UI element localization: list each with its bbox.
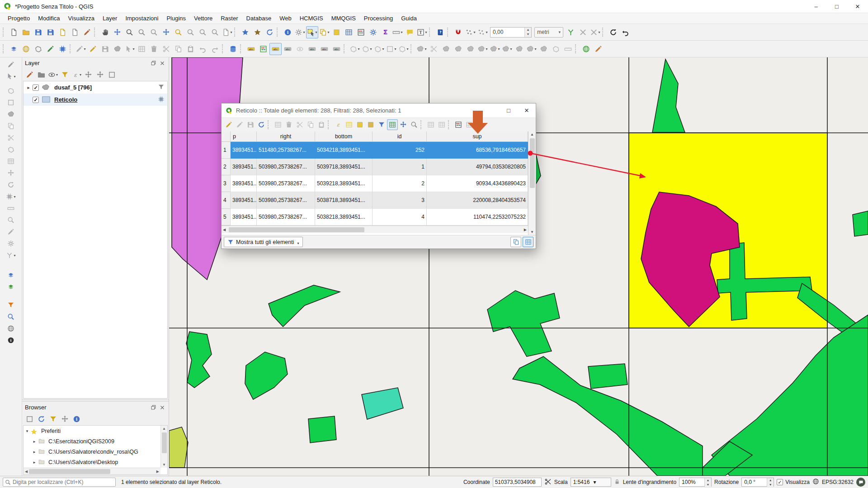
add-group-icon[interactable] bbox=[36, 70, 47, 80]
move-feature-icon[interactable]: ▾ bbox=[415, 43, 428, 55]
attribute-horizontal-scrollbar[interactable]: ◀ ▶ bbox=[222, 225, 528, 233]
zoom-in-icon[interactable] bbox=[123, 26, 136, 38]
render-toggle[interactable]: ✓ Visualizza bbox=[777, 479, 810, 485]
magnifier-stepper[interactable]: 100% ▲▼ bbox=[679, 478, 712, 487]
column-header-id[interactable]: id bbox=[373, 131, 427, 141]
attribute-cell[interactable]: 252 bbox=[373, 142, 427, 159]
osm-plugin-icon[interactable] bbox=[5, 334, 17, 346]
highlight-pinned-labels-icon[interactable] bbox=[282, 43, 294, 55]
crs-status[interactable]: EPSG:32632 bbox=[822, 479, 854, 485]
chip-tool-icon[interactable]: ▾ bbox=[5, 191, 17, 202]
circular-string-icon[interactable]: ▾ bbox=[349, 43, 361, 55]
menu-vettore[interactable]: Vettore bbox=[190, 13, 217, 23]
attribute-cell[interactable]: 5039218,3893451... bbox=[315, 175, 373, 192]
layers-plugin-icon[interactable] bbox=[5, 269, 17, 281]
manage-visibility-icon[interactable]: ▾ bbox=[47, 70, 58, 80]
zoom-to-selection-icon[interactable] bbox=[172, 26, 184, 38]
attribute-vertical-scrollbar[interactable]: ▲ ▼ bbox=[528, 131, 536, 235]
menu-impostazioni[interactable]: Impostazioni bbox=[121, 13, 162, 23]
attribute-cell[interactable]: 1 bbox=[373, 159, 427, 175]
browser-item-folder[interactable]: ▸ C:\Users\Salvatore\Desktop bbox=[24, 457, 167, 467]
pin-labels-icon[interactable] bbox=[269, 43, 282, 55]
attr-select-all-icon[interactable] bbox=[344, 119, 354, 130]
attribute-cell[interactable]: 503980,25738267... bbox=[257, 209, 315, 225]
attribute-cell[interactable]: 503980,25738267... bbox=[257, 175, 315, 192]
select-by-form-icon[interactable]: ▾ bbox=[318, 26, 330, 38]
menu-modifica[interactable]: Modifica bbox=[34, 13, 64, 23]
open-attribute-table-icon[interactable] bbox=[343, 26, 355, 38]
new-project-icon[interactable] bbox=[8, 26, 20, 38]
filter-expression-icon[interactable]: ▾ bbox=[71, 70, 82, 80]
vertex-tool-icon[interactable]: ▾ bbox=[123, 43, 136, 55]
close-panel-icon[interactable] bbox=[159, 60, 166, 67]
digitize-shape-icon[interactable] bbox=[5, 59, 17, 70]
refresh-browser-icon[interactable] bbox=[36, 414, 47, 425]
redo-view-icon[interactable] bbox=[607, 26, 619, 38]
paste-features-icon[interactable] bbox=[184, 43, 197, 55]
zoom-to-layer-icon[interactable] bbox=[184, 26, 197, 38]
locator-box[interactable] bbox=[3, 478, 116, 487]
browser-vertical-scrollbar[interactable]: ▲ ▼ bbox=[160, 426, 167, 468]
coordinate-input[interactable]: 510373,5034908 bbox=[493, 478, 542, 487]
maximize-icon[interactable]: □ bbox=[500, 103, 518, 117]
edit-tool-icon[interactable] bbox=[5, 226, 17, 238]
toggle-editing-icon[interactable] bbox=[87, 43, 99, 55]
collapse-icon[interactable]: ▾ bbox=[24, 429, 31, 433]
collapse-browser-icon[interactable] bbox=[59, 414, 70, 425]
filter-browser-icon[interactable] bbox=[47, 414, 58, 425]
tolerance-spinner[interactable]: ▲▼ bbox=[524, 28, 531, 37]
save-layer-edits-icon[interactable] bbox=[99, 43, 111, 55]
change-label-icon[interactable] bbox=[330, 43, 343, 55]
rotate-tool-icon[interactable] bbox=[5, 179, 17, 191]
close-icon[interactable]: ✕ bbox=[847, 0, 868, 13]
column-header-p[interactable]: p bbox=[231, 131, 257, 141]
shape-polygon-icon[interactable] bbox=[5, 85, 17, 97]
add-raster-layer-icon[interactable] bbox=[20, 43, 32, 55]
offset-curve-icon[interactable]: ▾ bbox=[476, 43, 489, 55]
attribute-row[interactable]: 13893451...511480,25738267...5034218,389… bbox=[222, 142, 528, 159]
reshape-features-icon[interactable] bbox=[464, 43, 476, 55]
new-bookmark-icon[interactable] bbox=[239, 26, 251, 38]
row-number[interactable]: 4 bbox=[222, 192, 231, 209]
trim-extend-icon[interactable] bbox=[550, 43, 562, 55]
float-panel-icon[interactable] bbox=[150, 404, 157, 411]
attr-cut-icon[interactable] bbox=[294, 119, 305, 130]
snapping-tolerance-input[interactable]: 0,00 ▲▼ bbox=[490, 27, 532, 38]
attribute-cell[interactable]: 3893451... bbox=[231, 159, 257, 175]
run-feature-action-icon[interactable]: ▾ bbox=[294, 26, 306, 38]
attr-field-calculator-icon[interactable] bbox=[453, 119, 464, 130]
scale-select[interactable]: 1:5416 ▾ bbox=[571, 478, 611, 487]
undo-icon[interactable] bbox=[197, 43, 209, 55]
merge-features-icon[interactable] bbox=[452, 43, 464, 55]
lock-scale-icon[interactable] bbox=[614, 479, 620, 486]
messages-icon[interactable] bbox=[856, 478, 865, 487]
simplify-feature-icon[interactable]: ▾ bbox=[489, 43, 501, 55]
attr-copy-icon[interactable] bbox=[305, 119, 316, 130]
attribute-cell[interactable]: 4 bbox=[373, 209, 427, 225]
menu-raster[interactable]: Raster bbox=[217, 13, 242, 23]
attribute-row[interactable]: 53893451...503980,25738267...5038218,389… bbox=[222, 209, 528, 225]
current-edits-icon[interactable]: ▾ bbox=[75, 43, 87, 55]
attribute-cell[interactable]: 3893451... bbox=[231, 175, 257, 192]
attribute-cell[interactable]: 3893451... bbox=[231, 142, 257, 159]
undo-view-icon[interactable] bbox=[619, 26, 632, 38]
attr-filter-form-icon[interactable] bbox=[376, 119, 387, 130]
offset-lines-icon[interactable] bbox=[562, 43, 574, 55]
attribute-cell[interactable]: 3893451... bbox=[231, 192, 257, 209]
add-feature-icon[interactable] bbox=[111, 43, 123, 55]
render-checkbox[interactable]: ✓ bbox=[777, 479, 783, 485]
menu-visualizza[interactable]: Visualizza bbox=[64, 13, 99, 23]
menu-mmqgis[interactable]: MMQGIS bbox=[327, 13, 360, 23]
show-hide-labels-icon[interactable] bbox=[294, 43, 306, 55]
new-print-layout-icon[interactable] bbox=[57, 26, 69, 38]
attribute-cell[interactable]: 3893451... bbox=[231, 209, 257, 225]
deselect-all-icon[interactable] bbox=[330, 26, 343, 38]
attribute-cell[interactable]: 68536,79184630657 bbox=[427, 142, 528, 159]
attribute-cell[interactable]: 503980,25738267... bbox=[257, 192, 315, 209]
landuse-polygon-green[interactable] bbox=[308, 416, 336, 443]
map-tips-icon[interactable] bbox=[404, 26, 416, 38]
attr-pan-to-selected-icon[interactable] bbox=[387, 119, 398, 130]
browser-properties-icon[interactable] bbox=[71, 414, 82, 425]
attr-delete-field-icon[interactable] bbox=[436, 119, 447, 130]
zoom-tool-icon[interactable] bbox=[5, 214, 17, 226]
